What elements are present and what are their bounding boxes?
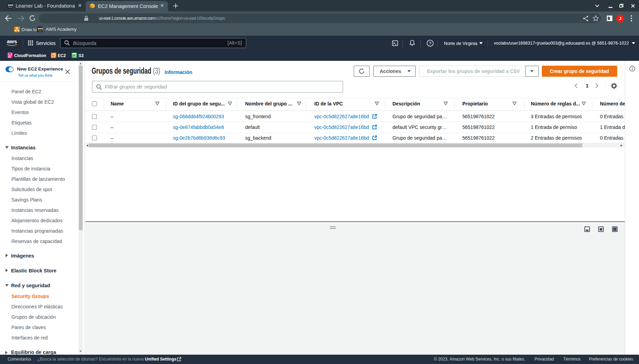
svg-text:?: ?	[429, 41, 432, 46]
